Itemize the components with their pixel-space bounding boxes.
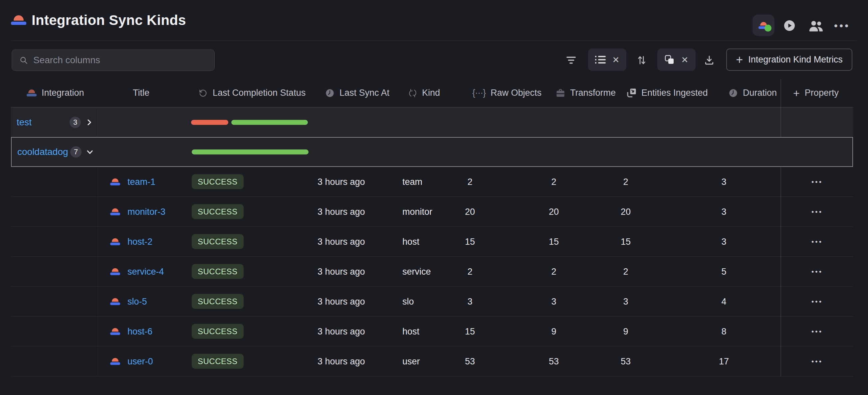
clock-icon bbox=[325, 89, 335, 98]
history-icon bbox=[198, 89, 208, 98]
raw-objects-cell: 15 bbox=[450, 326, 490, 336]
clear-group-by-icon[interactable]: ✕ bbox=[612, 56, 620, 64]
braces-icon: {···} bbox=[472, 88, 486, 98]
duration-cell: 3 bbox=[704, 176, 744, 187]
filter-button[interactable] bbox=[563, 52, 579, 68]
online-status-dot bbox=[765, 25, 772, 32]
table-row[interactable]: user-0 SUCCESS 3 hours ago user 53 53 53… bbox=[11, 347, 853, 376]
add-property-button[interactable]: + Property bbox=[793, 79, 839, 107]
transformed-cell: 2 bbox=[534, 176, 574, 187]
transformed-cell: 3 bbox=[534, 296, 574, 306]
download-button[interactable] bbox=[701, 52, 717, 68]
status-cell: SUCCESS bbox=[192, 177, 244, 187]
group-link[interactable]: test bbox=[17, 117, 32, 128]
column-header-raw-objects[interactable]: {···} Raw Objects bbox=[472, 79, 541, 107]
table-row[interactable]: service-4 SUCCESS 3 hours ago service 2 … bbox=[11, 257, 853, 287]
last-sync-at-cell: 3 hours ago bbox=[317, 296, 365, 306]
column-header-last-sync-at[interactable]: Last Sync At bbox=[325, 79, 390, 107]
raw-objects-cell: 2 bbox=[450, 266, 490, 276]
chevron-down-icon[interactable] bbox=[85, 147, 95, 157]
table-row[interactable]: slo-5 SUCCESS 3 hours ago slo 3 3 3 4 ••… bbox=[11, 287, 853, 317]
group-count-badge: 7 bbox=[70, 146, 82, 158]
status-cell: SUCCESS bbox=[192, 327, 244, 336]
duration-cell: 3 bbox=[704, 206, 744, 217]
status-badge: SUCCESS bbox=[192, 294, 244, 309]
kind-title-link[interactable]: monitor-3 bbox=[127, 206, 165, 217]
kind-title-link[interactable]: user-0 bbox=[127, 356, 153, 366]
metrics-button-label: Integration Kind Metrics bbox=[748, 55, 843, 65]
kind-title-link[interactable]: host-2 bbox=[127, 236, 152, 247]
integration-status-button[interactable] bbox=[752, 14, 774, 36]
row-actions-button[interactable]: ••• bbox=[804, 357, 830, 365]
row-actions-button[interactable]: ••• bbox=[804, 268, 830, 276]
row-actions-button[interactable]: ••• bbox=[804, 328, 830, 335]
column-header-integration[interactable]: Integration bbox=[27, 79, 84, 107]
row-actions-button[interactable]: ••• bbox=[804, 208, 830, 216]
success-bar-segment bbox=[192, 150, 309, 155]
table-row[interactable]: host-6 SUCCESS 3 hours ago host 15 9 9 8… bbox=[11, 317, 853, 347]
integration-logo-icon bbox=[110, 238, 120, 245]
kind-title-link[interactable]: host-6 bbox=[127, 326, 152, 336]
search-input[interactable] bbox=[33, 55, 214, 66]
kind-title-link[interactable]: team-1 bbox=[127, 176, 155, 187]
table-header-row: Integration Title Last Completion Status… bbox=[11, 79, 853, 107]
duration-cell: 3 bbox=[704, 236, 744, 247]
group-row-test[interactable]: test 3 bbox=[11, 107, 853, 137]
transformed-cell: 20 bbox=[534, 206, 574, 217]
clock-icon bbox=[728, 89, 738, 98]
integration-logo-icon bbox=[110, 298, 120, 305]
more-menu-button[interactable]: ••• bbox=[833, 19, 851, 33]
briefcase-icon bbox=[556, 89, 565, 98]
raw-objects-cell: 20 bbox=[450, 206, 490, 217]
column-header-last-completion-status[interactable]: Last Completion Status bbox=[198, 79, 306, 107]
group-link[interactable]: cooldatadog bbox=[17, 146, 68, 157]
entities-ingested-cell: 3 bbox=[606, 296, 646, 306]
column-header-duration[interactable]: Duration bbox=[728, 79, 777, 107]
header-divider bbox=[11, 40, 857, 41]
chevron-right-icon[interactable] bbox=[85, 118, 94, 127]
kind-cell: monitor bbox=[402, 206, 432, 217]
app-logo bbox=[11, 15, 26, 25]
manage-columns-chip[interactable]: ✕ bbox=[657, 48, 695, 71]
entities-ingested-cell: 2 bbox=[606, 176, 646, 187]
copy-stack-icon bbox=[664, 55, 675, 65]
users-icon bbox=[808, 19, 825, 33]
group-row-cooldatadog[interactable]: cooldatadog 7 bbox=[11, 137, 853, 167]
sort-button[interactable] bbox=[634, 52, 650, 68]
last-sync-at-cell: 3 hours ago bbox=[317, 236, 365, 247]
row-actions-button[interactable]: ••• bbox=[804, 238, 830, 246]
kind-cell: host bbox=[402, 326, 420, 336]
kind-title-link[interactable]: service-4 bbox=[127, 266, 164, 276]
group-count-badge: 3 bbox=[69, 117, 81, 128]
resync-play-button[interactable] bbox=[784, 20, 795, 31]
last-sync-at-cell: 3 hours ago bbox=[317, 206, 365, 217]
column-header-entities-ingested[interactable]: Entities Ingested bbox=[626, 79, 708, 107]
kind-title-link[interactable]: slo-5 bbox=[127, 296, 147, 306]
import-icon bbox=[626, 88, 637, 98]
audience-button[interactable] bbox=[807, 19, 825, 33]
table-row[interactable]: host-2 SUCCESS 3 hours ago host 15 15 15… bbox=[11, 227, 853, 257]
clear-columns-icon[interactable]: ✕ bbox=[681, 56, 689, 64]
search-columns-box[interactable] bbox=[12, 50, 215, 71]
duration-cell: 17 bbox=[704, 356, 744, 366]
row-actions-button[interactable]: ••• bbox=[804, 178, 830, 186]
logo-dome bbox=[13, 15, 24, 21]
play-icon bbox=[784, 20, 795, 31]
table-row[interactable]: team-1 SUCCESS 3 hours ago team 2 2 2 3 … bbox=[11, 167, 853, 197]
table-row[interactable]: monitor-3 SUCCESS 3 hours ago monitor 20… bbox=[11, 197, 853, 227]
status-distribution-bar[interactable] bbox=[192, 150, 309, 155]
integration-logo-icon bbox=[110, 268, 120, 275]
column-header-transformed[interactable]: Transforme bbox=[556, 79, 616, 107]
last-sync-at-cell: 3 hours ago bbox=[317, 176, 365, 187]
status-distribution-bar[interactable] bbox=[191, 120, 308, 125]
status-badge: SUCCESS bbox=[192, 264, 244, 279]
row-actions-button[interactable]: ••• bbox=[804, 298, 830, 305]
transformed-cell: 2 bbox=[534, 266, 574, 276]
status-badge: SUCCESS bbox=[192, 324, 244, 339]
add-integration-kind-metrics-button[interactable]: + Integration Kind Metrics bbox=[726, 48, 852, 71]
column-header-title[interactable]: Title bbox=[133, 79, 149, 107]
group-by-chip[interactable]: ✕ bbox=[588, 48, 626, 71]
column-header-kind[interactable]: Kind bbox=[408, 79, 440, 107]
duration-cell: 4 bbox=[704, 296, 744, 306]
duration-cell: 5 bbox=[704, 266, 744, 276]
